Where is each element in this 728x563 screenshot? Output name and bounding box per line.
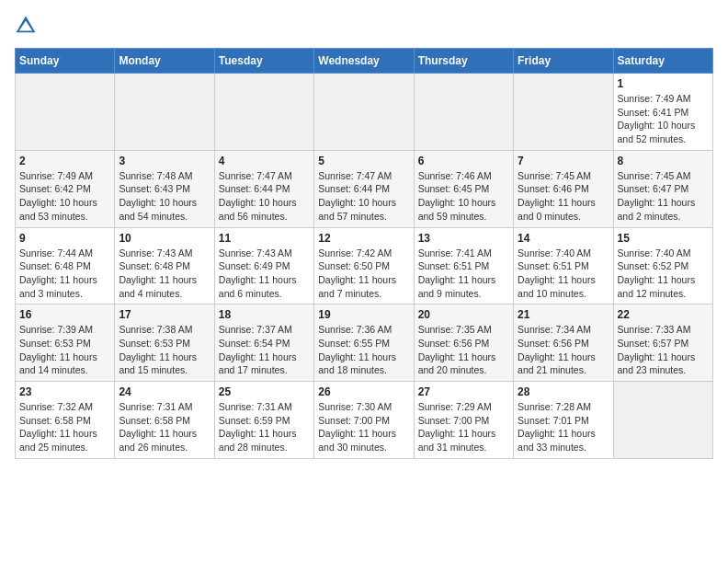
- day-number: 24: [119, 385, 210, 398]
- day-number: 11: [219, 232, 310, 245]
- day-info: Sunrise: 7:40 AM Sunset: 6:51 PM Dayligh…: [518, 247, 609, 301]
- calendar-cell: 7Sunrise: 7:45 AM Sunset: 6:46 PM Daylig…: [514, 150, 613, 227]
- calendar-cell: 9Sunrise: 7:44 AM Sunset: 6:48 PM Daylig…: [16, 227, 115, 304]
- day-header-saturday: Saturday: [613, 49, 712, 74]
- calendar-cell: 13Sunrise: 7:41 AM Sunset: 6:51 PM Dayli…: [414, 227, 513, 304]
- day-header-friday: Friday: [514, 49, 613, 74]
- day-number: 10: [119, 232, 210, 245]
- calendar-cell: [214, 74, 313, 151]
- calendar-cell: 17Sunrise: 7:38 AM Sunset: 6:53 PM Dayli…: [115, 304, 214, 382]
- calendar-cell: 19Sunrise: 7:36 AM Sunset: 6:55 PM Dayli…: [314, 304, 414, 382]
- calendar-week-row: 9Sunrise: 7:44 AM Sunset: 6:48 PM Daylig…: [16, 227, 713, 304]
- day-header-sunday: Sunday: [16, 49, 115, 74]
- day-header-wednesday: Wednesday: [314, 49, 414, 74]
- day-number: 13: [418, 232, 509, 245]
- day-number: 7: [518, 155, 609, 167]
- day-number: 20: [418, 308, 509, 321]
- calendar-cell: 5Sunrise: 7:47 AM Sunset: 6:44 PM Daylig…: [314, 150, 414, 227]
- day-number: 26: [318, 385, 409, 398]
- calendar-cell: 24Sunrise: 7:31 AM Sunset: 6:58 PM Dayli…: [115, 382, 214, 459]
- calendar-cell: 23Sunrise: 7:32 AM Sunset: 6:58 PM Dayli…: [16, 382, 115, 459]
- day-info: Sunrise: 7:47 AM Sunset: 6:44 PM Dayligh…: [318, 169, 409, 224]
- day-number: 15: [618, 232, 709, 245]
- day-number: 9: [19, 232, 110, 245]
- day-number: 27: [418, 385, 509, 398]
- calendar-cell: 6Sunrise: 7:46 AM Sunset: 6:45 PM Daylig…: [414, 150, 513, 227]
- day-info: Sunrise: 7:49 AM Sunset: 6:41 PM Dayligh…: [618, 92, 709, 146]
- calendar-cell: 21Sunrise: 7:34 AM Sunset: 6:56 PM Dayli…: [514, 304, 613, 382]
- calendar-header-row: SundayMondayTuesdayWednesdayThursdayFrid…: [16, 49, 713, 74]
- day-number: 28: [518, 385, 609, 398]
- calendar-cell: 28Sunrise: 7:28 AM Sunset: 7:01 PM Dayli…: [514, 382, 613, 459]
- day-info: Sunrise: 7:47 AM Sunset: 6:44 PM Dayligh…: [219, 169, 310, 224]
- day-info: Sunrise: 7:36 AM Sunset: 6:55 PM Dayligh…: [318, 323, 409, 377]
- calendar-cell: 16Sunrise: 7:39 AM Sunset: 6:53 PM Dayli…: [16, 304, 115, 382]
- calendar-cell: 10Sunrise: 7:43 AM Sunset: 6:48 PM Dayli…: [115, 227, 214, 304]
- day-number: 19: [318, 308, 409, 321]
- calendar-cell: [414, 74, 513, 151]
- calendar-cell: 20Sunrise: 7:35 AM Sunset: 6:56 PM Dayli…: [414, 304, 513, 382]
- day-number: 18: [219, 308, 310, 321]
- calendar-cell: [314, 74, 414, 151]
- day-info: Sunrise: 7:45 AM Sunset: 6:47 PM Dayligh…: [618, 169, 709, 224]
- calendar-cell: 18Sunrise: 7:37 AM Sunset: 6:54 PM Dayli…: [214, 304, 313, 382]
- calendar-week-row: 2Sunrise: 7:49 AM Sunset: 6:42 PM Daylig…: [16, 150, 713, 227]
- day-info: Sunrise: 7:31 AM Sunset: 6:59 PM Dayligh…: [219, 400, 310, 454]
- calendar-cell: [16, 74, 115, 151]
- day-number: 6: [418, 155, 509, 167]
- day-info: Sunrise: 7:32 AM Sunset: 6:58 PM Dayligh…: [19, 400, 110, 454]
- calendar-cell: [514, 74, 613, 151]
- calendar-cell: 12Sunrise: 7:42 AM Sunset: 6:50 PM Dayli…: [314, 227, 414, 304]
- day-info: Sunrise: 7:46 AM Sunset: 6:45 PM Dayligh…: [418, 169, 509, 224]
- day-number: 14: [518, 232, 609, 245]
- logo-icon: [15, 15, 37, 37]
- day-info: Sunrise: 7:44 AM Sunset: 6:48 PM Dayligh…: [19, 247, 110, 301]
- day-number: 22: [618, 308, 709, 321]
- day-number: 2: [19, 155, 110, 167]
- page-header: [15, 15, 713, 37]
- day-info: Sunrise: 7:39 AM Sunset: 6:53 PM Dayligh…: [19, 323, 110, 377]
- calendar-cell: 1Sunrise: 7:49 AM Sunset: 6:41 PM Daylig…: [613, 74, 712, 151]
- day-number: 4: [219, 155, 310, 167]
- calendar-cell: 14Sunrise: 7:40 AM Sunset: 6:51 PM Dayli…: [514, 227, 613, 304]
- day-info: Sunrise: 7:29 AM Sunset: 7:00 PM Dayligh…: [418, 400, 509, 454]
- day-info: Sunrise: 7:48 AM Sunset: 6:43 PM Dayligh…: [119, 169, 210, 224]
- calendar-cell: 3Sunrise: 7:48 AM Sunset: 6:43 PM Daylig…: [115, 150, 214, 227]
- day-number: 12: [318, 232, 409, 245]
- day-info: Sunrise: 7:43 AM Sunset: 6:48 PM Dayligh…: [119, 247, 210, 301]
- day-number: 16: [19, 308, 110, 321]
- day-info: Sunrise: 7:45 AM Sunset: 6:46 PM Dayligh…: [518, 169, 609, 224]
- day-info: Sunrise: 7:30 AM Sunset: 7:00 PM Dayligh…: [318, 400, 409, 454]
- calendar-cell: [613, 382, 712, 459]
- calendar-cell: 15Sunrise: 7:40 AM Sunset: 6:52 PM Dayli…: [613, 227, 712, 304]
- day-header-thursday: Thursday: [414, 49, 513, 74]
- day-number: 23: [19, 385, 110, 398]
- calendar-week-row: 23Sunrise: 7:32 AM Sunset: 6:58 PM Dayli…: [16, 382, 713, 459]
- calendar-cell: 27Sunrise: 7:29 AM Sunset: 7:00 PM Dayli…: [414, 382, 513, 459]
- calendar-cell: [115, 74, 214, 151]
- calendar-cell: 22Sunrise: 7:33 AM Sunset: 6:57 PM Dayli…: [613, 304, 712, 382]
- day-number: 8: [618, 155, 709, 167]
- day-number: 17: [119, 308, 210, 321]
- day-number: 3: [119, 155, 210, 167]
- day-header-monday: Monday: [115, 49, 214, 74]
- day-number: 1: [618, 77, 709, 90]
- calendar-cell: 26Sunrise: 7:30 AM Sunset: 7:00 PM Dayli…: [314, 382, 414, 459]
- day-info: Sunrise: 7:28 AM Sunset: 7:01 PM Dayligh…: [518, 400, 609, 454]
- day-info: Sunrise: 7:37 AM Sunset: 6:54 PM Dayligh…: [219, 323, 310, 377]
- day-info: Sunrise: 7:38 AM Sunset: 6:53 PM Dayligh…: [119, 323, 210, 377]
- calendar-cell: 8Sunrise: 7:45 AM Sunset: 6:47 PM Daylig…: [613, 150, 712, 227]
- day-number: 21: [518, 308, 609, 321]
- day-info: Sunrise: 7:35 AM Sunset: 6:56 PM Dayligh…: [418, 323, 509, 377]
- day-info: Sunrise: 7:34 AM Sunset: 6:56 PM Dayligh…: [518, 323, 609, 377]
- day-info: Sunrise: 7:41 AM Sunset: 6:51 PM Dayligh…: [418, 247, 509, 301]
- logo: [15, 15, 40, 37]
- calendar-cell: 11Sunrise: 7:43 AM Sunset: 6:49 PM Dayli…: [214, 227, 313, 304]
- day-info: Sunrise: 7:31 AM Sunset: 6:58 PM Dayligh…: [119, 400, 210, 454]
- calendar-table: SundayMondayTuesdayWednesdayThursdayFrid…: [15, 48, 713, 459]
- calendar-week-row: 1Sunrise: 7:49 AM Sunset: 6:41 PM Daylig…: [16, 74, 713, 151]
- calendar-cell: 4Sunrise: 7:47 AM Sunset: 6:44 PM Daylig…: [214, 150, 313, 227]
- day-info: Sunrise: 7:42 AM Sunset: 6:50 PM Dayligh…: [318, 247, 409, 301]
- day-info: Sunrise: 7:49 AM Sunset: 6:42 PM Dayligh…: [19, 169, 110, 224]
- calendar-cell: 2Sunrise: 7:49 AM Sunset: 6:42 PM Daylig…: [16, 150, 115, 227]
